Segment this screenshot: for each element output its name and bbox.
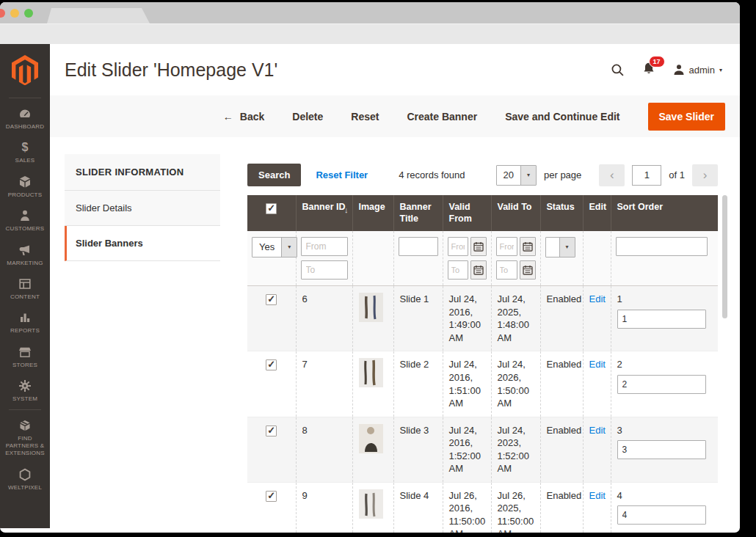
sort-order-input[interactable]	[617, 310, 707, 329]
delete-button[interactable]: Delete	[292, 111, 323, 123]
chevron-down-icon: ▾	[559, 238, 575, 257]
sort-order-input[interactable]	[617, 440, 707, 459]
admin-menu[interactable]: admin ▾	[673, 64, 722, 76]
sidebar-item-sales[interactable]: $ SALES	[0, 135, 50, 169]
valid-from-from-input[interactable]	[448, 237, 468, 256]
per-page-select[interactable]: 20 ▾	[496, 165, 537, 186]
close-window-button[interactable]	[0, 9, 5, 18]
sidebar-item-reports[interactable]: REPORTS	[0, 305, 50, 339]
filter-row: Yes ▾	[247, 231, 718, 286]
checkbox-filter-cell: Yes ▾	[247, 231, 296, 286]
zoom-window-button[interactable]	[24, 9, 33, 18]
valid-to-to-input[interactable]	[496, 260, 517, 280]
per-page-group: 20 ▾ per page ‹ of 1 ›	[496, 164, 718, 186]
admin-sidebar: DASHBOARD $ SALES PRODUCTS CUSTOMERS	[0, 44, 50, 528]
valid-from-to-input[interactable]	[448, 260, 468, 280]
select-all-cell	[247, 195, 296, 231]
edit-link[interactable]: Edit	[589, 293, 606, 304]
tab-slider-banners[interactable]: Slider Banners	[65, 226, 220, 261]
banner-thumbnail	[359, 489, 383, 519]
browser-tab[interactable]	[47, 8, 150, 23]
sort-order-input[interactable]	[617, 375, 707, 394]
minimize-window-button[interactable]	[10, 9, 19, 18]
banner-title-filter-input[interactable]	[399, 237, 438, 256]
banner-title-cell: Slide 2	[393, 351, 443, 417]
previous-page-button[interactable]: ‹	[599, 164, 625, 186]
valid-from-cell: Jul 26, 2016, 11:50:00 AM	[443, 482, 491, 533]
valid-to-from-input[interactable]	[496, 237, 517, 256]
sort-order-input[interactable]	[617, 505, 707, 525]
column-header-image[interactable]: Image	[352, 195, 393, 231]
next-page-button[interactable]: ›	[692, 164, 718, 186]
sidebar-item-label: SALES	[15, 157, 35, 164]
checkbox-filter-select[interactable]: Yes ▾	[252, 237, 297, 257]
column-header-edit[interactable]: Edit	[583, 195, 611, 231]
edit-link[interactable]: Edit	[589, 425, 606, 436]
column-header-valid-from[interactable]: Valid From	[443, 195, 491, 231]
sort-order-cell: 1	[611, 286, 718, 351]
vertical-scrollbar[interactable]	[722, 195, 727, 318]
valid-to-filter-cell	[491, 231, 540, 286]
sidebar-item-content[interactable]: CONTENT	[0, 271, 50, 305]
banner-id-from-input[interactable]	[301, 237, 348, 256]
reset-filter-link[interactable]: Reset Filter	[316, 169, 368, 180]
per-page-label: per page	[544, 169, 581, 180]
save-and-continue-button[interactable]: Save and Continue Edit	[505, 111, 619, 123]
sidebar-item-system[interactable]: SYSTEM	[0, 373, 50, 407]
column-header-sort-order[interactable]: Sort Order	[611, 195, 718, 231]
edit-link[interactable]: Edit	[589, 359, 606, 370]
column-header-banner-title[interactable]: Banner Title	[393, 195, 443, 231]
sidebar-item-stores[interactable]: STORES	[0, 340, 50, 373]
valid-to-cell: Jul 24, 2026, 1:50:00 AM	[491, 351, 540, 417]
valid-from-cell: Jul 24, 2016, 1:51:00 AM	[443, 351, 491, 417]
table-row: 6 Slide 1 Jul 24, 2016, 1:49:00 AM Jul 2…	[247, 286, 718, 351]
calendar-icon[interactable]	[470, 237, 487, 256]
banner-id-to-input[interactable]	[301, 260, 348, 280]
chevron-down-icon: ▾	[719, 67, 722, 73]
admin-app: DASHBOARD $ SALES PRODUCTS CUSTOMERS	[0, 44, 740, 528]
column-header-status[interactable]: Status	[540, 195, 583, 231]
edit-link[interactable]: Edit	[589, 490, 606, 501]
valid-to-cell: Jul 24, 2023, 1:52:00 AM	[491, 417, 540, 482]
calendar-icon[interactable]	[520, 260, 536, 280]
row-checkbox[interactable]	[266, 491, 277, 502]
column-header-valid-to[interactable]: Valid To	[491, 195, 540, 231]
sidebar-item-products[interactable]: PRODUCTS	[0, 169, 50, 203]
header-actions: 17 admin ▾	[611, 62, 722, 78]
banners-table: Banner ID↓ Image Banner Title Valid From…	[247, 195, 718, 533]
calendar-icon[interactable]	[520, 237, 536, 256]
calendar-icon[interactable]	[470, 260, 487, 280]
sidebar-item-weltpixel[interactable]: WELTPIXEL	[0, 462, 50, 496]
search-button[interactable]: Search	[247, 164, 301, 186]
column-header-banner-id[interactable]: Banner ID↓	[296, 195, 352, 231]
table-row: 8 Slide 3 Jul 24, 2016, 1:52:00 AM Jul 2…	[247, 417, 718, 482]
tab-slider-details[interactable]: Slider Details	[65, 191, 220, 226]
save-slider-button[interactable]: Save Slider	[648, 103, 726, 131]
valid-to-cell: Jul 24, 2025, 1:48:00 AM	[491, 286, 540, 351]
window-controls	[0, 9, 33, 18]
dashboard-icon	[18, 107, 32, 120]
sort-order-cell: 4	[611, 482, 718, 533]
sort-order-filter-input[interactable]	[616, 237, 708, 256]
page-number-input[interactable]	[632, 165, 661, 186]
row-checkbox[interactable]	[266, 425, 277, 436]
system-icon	[18, 379, 32, 392]
search-icon[interactable]	[611, 63, 625, 77]
action-bar: ← Back Delete Reset Create Banner Save a…	[50, 95, 740, 137]
create-banner-button[interactable]: Create Banner	[407, 111, 477, 123]
sidebar-item-find-partners[interactable]: FIND PARTNERS & EXTENSIONS	[0, 413, 50, 462]
magento-logo-icon[interactable]	[12, 55, 38, 88]
sidebar-item-marketing[interactable]: MARKETING	[0, 238, 50, 271]
reset-button[interactable]: Reset	[351, 111, 379, 123]
notifications-button[interactable]: 17	[642, 62, 655, 78]
back-button[interactable]: ← Back	[223, 111, 264, 123]
status-filter-select[interactable]: ▾	[545, 237, 575, 257]
sidebar-item-customers[interactable]: CUSTOMERS	[0, 203, 50, 237]
banner-title-cell: Slide 4	[393, 482, 443, 533]
table-header-row: Banner ID↓ Image Banner Title Valid From…	[247, 195, 718, 231]
select-all-checkbox[interactable]	[266, 203, 277, 214]
sort-desc-icon[interactable]: ↓	[344, 205, 349, 216]
sidebar-item-dashboard[interactable]: DASHBOARD	[0, 101, 50, 135]
row-checkbox[interactable]	[266, 359, 277, 370]
row-checkbox[interactable]	[266, 294, 277, 305]
